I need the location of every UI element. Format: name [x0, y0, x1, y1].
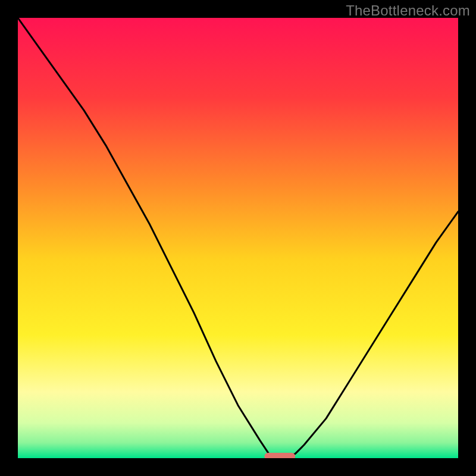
heatmap-background [18, 18, 458, 458]
plot-area [18, 18, 458, 458]
chart-frame: TheBottleneck.com [0, 0, 476, 476]
watermark-text: TheBottleneck.com [346, 2, 470, 19]
bottleneck-chart [18, 18, 458, 458]
optimal-marker [264, 453, 295, 458]
